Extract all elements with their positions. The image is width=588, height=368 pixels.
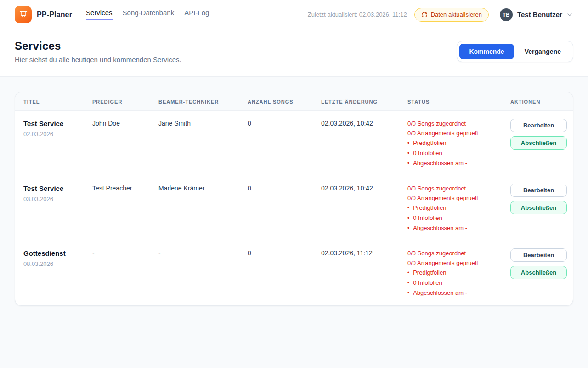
status-cell: 0/0 Songs zugeordnet 0/0 Arrangements ge… (407, 241, 509, 305)
status-infofolien: 0 Infofolien (407, 148, 505, 158)
complete-button[interactable]: Abschließen (510, 201, 567, 214)
status-infofolien: 0 Infofolien (407, 213, 505, 223)
services-table-card: Titel Prediger Beamer-Techniker Anzahl S… (15, 92, 573, 306)
nav-item-song-datenbank[interactable]: Song-Datenbank (123, 9, 175, 20)
col-anzahl-songs: Anzahl Songs (247, 92, 320, 110)
service-date: 02.03.2026 (23, 131, 87, 138)
table-row: Test Service 03.03.2026 Test Preacher Ma… (15, 176, 573, 241)
refresh-data-button[interactable]: Daten aktualisieren (414, 8, 489, 22)
top-bar: PP-Planer Services Song-Datenbank API-Lo… (0, 0, 588, 29)
nav-item-services[interactable]: Services (86, 9, 113, 20)
anzahl-songs-value: 0 (247, 176, 320, 241)
col-letzte-aenderung: Letzte Änderung (320, 92, 407, 110)
chevron-down-icon (566, 11, 573, 18)
actions-cell: Bearbeiten Abschließen (509, 111, 571, 176)
brand-title: PP-Planer (37, 11, 72, 19)
col-status: Status (407, 92, 509, 110)
letzte-aenderung-value: 02.03.2026, 10:42 (320, 176, 407, 241)
app-logo-icon (15, 6, 32, 23)
edit-button[interactable]: Bearbeiten (510, 184, 567, 197)
status-predigtfolien: Predigtfolien (407, 203, 505, 213)
col-beamer-techniker: Beamer-Techniker (158, 92, 247, 110)
time-filter-toggle: Kommende Vergangene (457, 41, 573, 62)
status-arrangements: 0/0 Arrangements geprueft (407, 193, 505, 203)
anzahl-songs-value: 0 (247, 111, 320, 176)
status-cell: 0/0 Songs zugeordnet 0/0 Arrangements ge… (407, 176, 509, 241)
beamer-techniker-value: Jane Smith (158, 111, 247, 176)
col-aktionen: Aktionen (509, 92, 565, 110)
user-menu[interactable]: TB Test Benutzer (500, 8, 573, 21)
refresh-icon (421, 12, 428, 18)
anzahl-songs-value: 0 (247, 241, 320, 305)
complete-button[interactable]: Abschließen (510, 136, 567, 150)
table-row: Gottesdienst 08.03.2026 - - 0 02.03.2026… (15, 241, 573, 305)
status-abgeschlossen: Abgeschlossen am - (407, 158, 505, 168)
refresh-label: Daten aktualisieren (431, 11, 482, 18)
last-updated-text: Zuletzt aktualisiert: 02.03.2026, 11:12 (308, 11, 407, 18)
nav-item-api-log[interactable]: API-Log (184, 9, 209, 20)
user-name: Test Benutzer (517, 11, 562, 18)
avatar: TB (500, 8, 513, 21)
status-predigtfolien: Predigtfolien (407, 138, 505, 148)
letzte-aenderung-value: 02.03.2026, 11:12 (320, 241, 407, 305)
filter-vergangene-button[interactable]: Vergangene (515, 44, 571, 59)
status-abgeschlossen: Abgeschlossen am - (407, 288, 505, 298)
main-nav: Services Song-Datenbank API-Log (86, 9, 209, 20)
page-subtitle: Hier siehst du alle heutigen und kommend… (15, 56, 181, 63)
status-songs: 0/0 Songs zugeordnet (407, 184, 505, 193)
table-row: Test Service 02.03.2026 John Doe Jane Sm… (15, 111, 573, 176)
edit-button[interactable]: Bearbeiten (510, 119, 567, 132)
prediger-value: - (91, 241, 158, 305)
edit-button[interactable]: Bearbeiten (510, 248, 567, 262)
service-date: 08.03.2026 (23, 260, 87, 267)
service-date: 03.03.2026 (23, 196, 87, 202)
status-songs: 0/0 Songs zugeordnet (407, 119, 505, 128)
filter-kommende-button[interactable]: Kommende (459, 44, 514, 59)
service-title: Test Service (23, 120, 87, 127)
col-prediger: Prediger (91, 92, 158, 110)
table-header-row: Titel Prediger Beamer-Techniker Anzahl S… (15, 92, 573, 111)
beamer-techniker-value: Marlene Krämer (158, 176, 247, 241)
actions-cell: Bearbeiten Abschließen (509, 176, 571, 241)
beamer-techniker-value: - (158, 241, 247, 305)
status-arrangements: 0/0 Arrangements geprueft (407, 128, 505, 138)
status-abgeschlossen: Abgeschlossen am - (407, 223, 505, 233)
status-infofolien: 0 Infofolien (407, 278, 505, 288)
prediger-value: Test Preacher (91, 176, 158, 241)
status-cell: 0/0 Songs zugeordnet 0/0 Arrangements ge… (407, 111, 509, 176)
status-arrangements: 0/0 Arrangements geprueft (407, 258, 505, 268)
actions-cell: Bearbeiten Abschließen (509, 241, 571, 305)
letzte-aenderung-value: 02.03.2026, 10:42 (320, 111, 407, 176)
status-predigtfolien: Predigtfolien (407, 268, 505, 278)
main-content: Titel Prediger Beamer-Techniker Anzahl S… (0, 77, 588, 306)
service-title: Test Service (23, 184, 87, 192)
page-title: Services (15, 40, 181, 52)
service-title: Gottesdienst (23, 249, 87, 257)
col-titel: Titel (23, 92, 91, 110)
prediger-value: John Doe (91, 111, 158, 176)
page-header: Services Hier siehst du alle heutigen un… (0, 29, 588, 77)
complete-button[interactable]: Abschließen (510, 266, 567, 279)
status-songs: 0/0 Songs zugeordnet (407, 248, 505, 258)
